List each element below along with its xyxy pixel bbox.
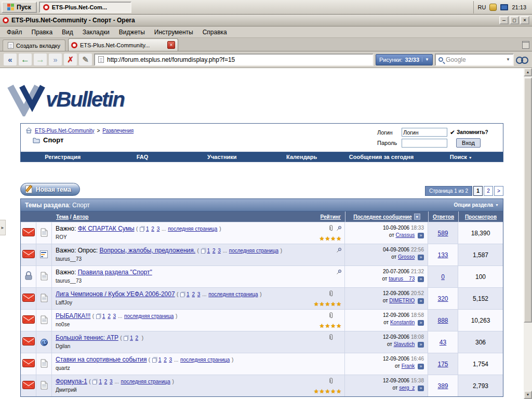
navbar-calendar[interactable]: Календарь: [262, 154, 341, 160]
thread-page-link[interactable]: 3: [197, 291, 201, 297]
thread-page-link[interactable]: 2: [164, 357, 167, 363]
thread-page-link[interactable]: 2: [192, 291, 195, 297]
go-to-last-post-icon[interactable]: »: [418, 276, 424, 282]
paperclip-icon[interactable]: [329, 312, 334, 321]
last-post-user-link[interactable]: serg_z: [399, 385, 415, 391]
closed-tabs-icon[interactable]: [522, 41, 529, 49]
thread-title-link[interactable]: РЫБАЛКА!!!: [56, 312, 90, 320]
menu-widgets[interactable]: Виджеты: [115, 28, 149, 37]
close-button[interactable]: ×: [520, 16, 529, 24]
navbar-todays-posts[interactable]: Сообщения за сегодня: [341, 154, 421, 160]
last-post-user-link[interactable]: taurus__73: [389, 276, 415, 282]
navbar-register[interactable]: Регистрация: [23, 154, 102, 160]
active-tab[interactable]: ETS-Plus.Net-Community... ×: [68, 38, 178, 51]
thread-title-link[interactable]: Ставки на спортивные события: [56, 356, 147, 363]
panel-toggle[interactable]: ►: [0, 220, 6, 235]
remember-checkbox[interactable]: ✔ Запомнить?: [450, 129, 488, 135]
thread-page-link[interactable]: 2: [136, 335, 139, 341]
breadcrumb-section-link[interactable]: Развлечения: [102, 128, 134, 134]
new-tab-button[interactable]: Создать вкладку: [3, 39, 65, 51]
navbar-members[interactable]: Участники: [182, 154, 262, 160]
thread-page-link[interactable]: 2: [212, 248, 216, 254]
go-to-last-post-icon[interactable]: »: [418, 364, 424, 369]
start-button[interactable]: Пуск: [2, 2, 37, 13]
last-post-user-link[interactable]: Slavutich: [394, 341, 415, 347]
zoom-icon[interactable]: [516, 56, 528, 63]
tab-close-button[interactable]: ×: [167, 41, 175, 49]
menu-help[interactable]: Справка: [198, 28, 231, 37]
replies-count-link[interactable]: 43: [440, 339, 446, 346]
thread-page-link[interactable]: 3: [218, 248, 221, 254]
thread-page-link[interactable]: 2: [104, 379, 108, 384]
last-post-user-link[interactable]: Frank: [402, 363, 415, 369]
menu-tools[interactable]: Инструменты: [150, 28, 197, 37]
next-page-link[interactable]: >: [494, 186, 503, 196]
thread-title-link[interactable]: Лига Чемпионов / Кубок УЕФА 2006-2007: [56, 290, 175, 298]
edit-button[interactable]: ✎: [79, 54, 92, 65]
thread-page-link[interactable]: последняя страница: [180, 357, 230, 363]
scroll-up-button[interactable]: ▲: [524, 68, 532, 76]
paperclip-icon[interactable]: [329, 224, 334, 234]
page-1-current[interactable]: 1: [473, 186, 483, 196]
replies-count-link[interactable]: 175: [437, 361, 448, 368]
tray-app-icon[interactable]: [489, 4, 497, 11]
menu-edit[interactable]: Правка: [28, 28, 57, 37]
replies-count-link[interactable]: 133: [437, 251, 448, 259]
forum-options-button[interactable]: Опции раздела ▼: [454, 202, 499, 208]
thread-page-link[interactable]: последняя страница: [229, 248, 278, 254]
menu-file[interactable]: Файл: [3, 28, 26, 37]
go-to-last-post-icon[interactable]: »: [418, 320, 424, 326]
replies-count-link[interactable]: 589: [437, 230, 448, 237]
login-submit-button[interactable]: Вход: [456, 138, 481, 148]
sort-by-author-link[interactable]: Автор: [73, 214, 88, 220]
thread-page-link[interactable]: последняя страница: [168, 226, 217, 232]
tray-display-icon[interactable]: [500, 4, 508, 10]
thread-page-link[interactable]: 3: [169, 357, 172, 363]
new-thread-button[interactable]: Новая тема: [20, 183, 80, 196]
replies-count-link[interactable]: 0: [441, 273, 445, 281]
login-input[interactable]: [402, 128, 447, 137]
go-to-last-post-icon[interactable]: »: [418, 255, 424, 260]
thread-title-link[interactable]: Большой теннис: ATP: [56, 334, 118, 341]
thread-page-link[interactable]: 1: [187, 291, 190, 297]
rewind-button[interactable]: «: [4, 54, 17, 65]
paperclip-icon[interactable]: [329, 377, 334, 387]
sort-by-topic-link[interactable]: Тема: [56, 214, 69, 220]
images-toggle-button[interactable]: Рисунки: 32/33 ▼: [376, 54, 433, 65]
page-2-link[interactable]: 2: [484, 186, 493, 196]
address-input[interactable]: http://forum.etsplus.net/forumdisplay.ph…: [94, 54, 374, 66]
sort-by-replies-link[interactable]: Ответов: [433, 214, 454, 220]
go-to-last-post-icon[interactable]: »: [418, 385, 424, 391]
thread-page-link[interactable]: 3: [113, 313, 116, 319]
taskbar-task-button[interactable]: ETS-Plus.Net-Com...: [39, 2, 131, 13]
forward-button[interactable]: →: [34, 54, 47, 65]
vertical-scrollbar[interactable]: ▲ ▼: [524, 68, 532, 399]
search-input[interactable]: Google ▼: [435, 54, 514, 66]
thread-page-link[interactable]: 1: [130, 335, 133, 341]
thread-page-link[interactable]: 1: [146, 226, 149, 232]
images-dropdown-icon[interactable]: ▼: [422, 57, 429, 62]
thread-page-link[interactable]: 3: [110, 379, 113, 384]
sort-by-lastpost-link[interactable]: Последнее сообщение: [353, 214, 412, 220]
last-post-user-link[interactable]: Grosso: [398, 254, 415, 260]
thread-page-link[interactable]: 1: [102, 313, 105, 319]
navbar-search[interactable]: Поиск▼: [421, 154, 501, 160]
navbar-faq[interactable]: FAQ: [102, 154, 182, 160]
thread-page-link[interactable]: 1: [158, 357, 162, 363]
sort-desc-icon[interactable]: ▼: [414, 214, 420, 220]
fast-forward-button[interactable]: »: [49, 54, 62, 65]
replies-count-link[interactable]: 320: [437, 295, 448, 302]
go-to-last-post-icon[interactable]: »: [418, 342, 424, 348]
password-input[interactable]: [402, 139, 447, 148]
window-titlebar[interactable]: ETS-Plus.Net-Community - Спорт - Opera –…: [0, 15, 532, 26]
back-button[interactable]: ←: [19, 54, 32, 65]
paperclip-icon[interactable]: [329, 334, 334, 343]
thread-title-link[interactable]: Вопросы, жалобы, предложения.: [100, 247, 196, 254]
last-post-user-link[interactable]: Crassus: [396, 232, 415, 238]
maximize-button[interactable]: □: [510, 16, 519, 24]
scroll-down-button[interactable]: ▼: [524, 391, 532, 399]
breadcrumb-root-link[interactable]: ETS-Plus.Net-Community: [35, 128, 94, 134]
replies-count-link[interactable]: 389: [437, 382, 448, 390]
thread-page-link[interactable]: последняя страница: [121, 379, 170, 384]
sort-by-rating-link[interactable]: Рейтинг: [321, 214, 341, 220]
